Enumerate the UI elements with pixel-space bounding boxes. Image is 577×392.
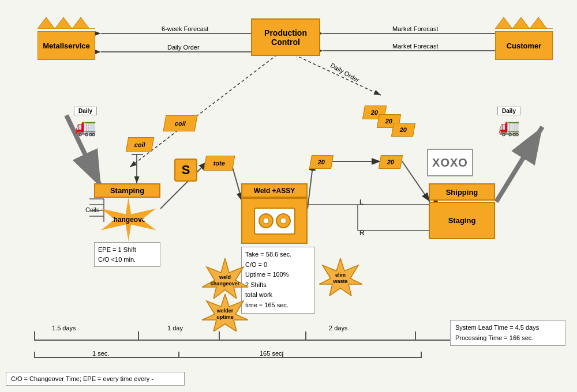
svg-text:waste: waste	[332, 278, 347, 284]
stamping-label: Stamping	[110, 186, 144, 195]
right-truck-label: Daily	[497, 107, 520, 115]
right-truck: Daily 🚛	[497, 107, 520, 137]
timeline-days-1: 1.5 days	[52, 325, 76, 331]
weld-uptime: Uptime = 100%	[245, 270, 311, 280]
supermarket-s: S	[174, 159, 197, 182]
weld-process-header: Weld +ASSY	[241, 183, 308, 198]
system-info-box: System Lead Time = 4.5 days Processing T…	[450, 320, 565, 346]
stamping-epe: EPE = 1 Shift	[98, 245, 156, 255]
timeline-days-3: 2 days	[329, 325, 347, 331]
shipping-label: Shipping	[446, 188, 478, 197]
weld-label: Weld +ASSY	[254, 187, 295, 195]
left-truck-label: Daily	[74, 107, 97, 115]
timeline-time-1: 1 sec.	[92, 350, 109, 357]
kaizen-welder-uptime: welder uptime	[202, 294, 248, 331]
customer-factory: Customer	[495, 17, 553, 60]
staging-label: Staging	[448, 216, 476, 225]
kaizen-elim-waste: elim waste	[319, 258, 362, 296]
legend-box: C/O = Changeover Time; EPE = every time …	[6, 372, 185, 386]
xoxo-box: XOXO	[427, 149, 473, 176]
left-truck-icon: 🚛	[74, 116, 97, 137]
svg-line-8	[294, 55, 381, 95]
svg-text:elim: elim	[335, 272, 346, 278]
stamping-changeover: Changeover	[101, 198, 156, 241]
market-forecast2-label: Market Forecast	[392, 43, 438, 50]
svg-line-9	[130, 55, 277, 167]
staging-box: Staging	[429, 202, 495, 239]
inv20-1: 20	[309, 155, 334, 169]
svg-marker-25	[38, 17, 95, 29]
weld-work-time: total worktime = 165 sec.	[245, 290, 311, 310]
inv20-push3: 20	[391, 123, 415, 137]
svg-point-35	[263, 218, 269, 224]
production-control-box: Production Control	[251, 18, 320, 56]
system-lead-time: System Lead Time = 4.5 days	[455, 323, 560, 333]
production-control-label: Production Control	[252, 28, 319, 47]
weld-shifts: 2 Shifts	[245, 280, 311, 291]
svg-point-36	[280, 218, 286, 224]
daily-order-left-label: Daily Order	[167, 44, 200, 51]
legend-text: C/O = Changeover Time; EPE = every time …	[11, 375, 153, 382]
svg-text:weld: weld	[219, 274, 231, 280]
coil-supplier: coil	[163, 115, 198, 131]
metallservice-factory: Metallservice	[38, 17, 95, 60]
svg-line-14	[402, 161, 430, 202]
timeline-time-2: 165 sec.	[260, 350, 284, 357]
weld-data-box: Take = 58.6 sec. C/O = 0 Uptime = 100% 2…	[241, 247, 315, 314]
svg-marker-26	[495, 17, 553, 29]
forecast-label: 6-week Forecast	[162, 25, 208, 32]
value-stream-map: { "title": "Value Stream Map", "supplier…	[0, 0, 577, 392]
svg-text:uptime: uptime	[216, 314, 234, 320]
svg-line-15	[496, 127, 542, 202]
stamping-co: C/O <10 min.	[98, 255, 156, 265]
customer-label: Customer	[495, 31, 553, 60]
svg-text:welder: welder	[216, 308, 234, 314]
stamping-process: Stamping	[94, 183, 160, 198]
changeover-label: Changeover	[108, 216, 148, 224]
shipping-process: Shipping	[429, 183, 495, 201]
coil-stamping: coil	[126, 137, 154, 152]
stamping-data-box: EPE = 1 Shift C/O <10 min.	[94, 242, 160, 267]
factory-roof-customer	[495, 17, 553, 29]
metallservice-label: Metallservice	[38, 31, 95, 60]
svg-text:L: L	[359, 198, 364, 206]
weld-machine-icon	[252, 205, 298, 237]
weld-co: C/O = 0	[245, 260, 311, 270]
tote-inventory: tote	[204, 156, 235, 171]
daily-order-right-label: Daily Order	[329, 62, 361, 84]
svg-text:changeover: changeover	[211, 281, 240, 287]
left-truck: Daily 🚛	[74, 107, 97, 137]
weld-take: Take = 58.6 sec.	[245, 250, 311, 260]
weld-machine	[241, 198, 308, 244]
svg-text:R: R	[359, 229, 365, 237]
inv20-2: 20	[379, 155, 403, 169]
xoxo-label: XOXO	[432, 156, 468, 169]
factory-roof-metallservice	[38, 17, 95, 29]
market-forecast1-label: Market Forecast	[392, 25, 438, 32]
processing-time: Processing Time = 166 sec.	[455, 333, 560, 344]
right-truck-icon: 🚛	[497, 116, 520, 137]
timeline-days-2: 1 day	[167, 325, 183, 331]
kaizen-weld-changeover: weld changeover	[202, 258, 248, 299]
